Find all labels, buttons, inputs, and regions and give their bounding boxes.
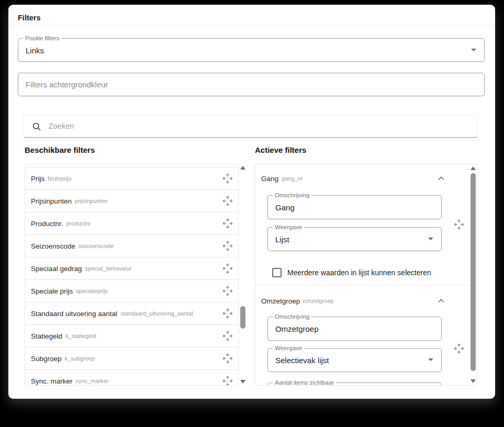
positie-filters-value: Links: [26, 46, 44, 54]
filter-label: Sync. marker: [31, 377, 73, 385]
dialog-title: Filters: [18, 14, 41, 22]
filter-label: Speciaal gedrag: [31, 265, 82, 273]
aantal-items-label: Aantal items zichtbaar: [273, 379, 336, 386]
card-code: omzetgroep: [303, 298, 333, 304]
filter-label: Prijs: [31, 175, 44, 183]
positie-filters-select[interactable]: Positie filters Links: [18, 38, 485, 62]
available-filters-rows: Prijs brutoprijs Prijsinpunten prijsinpu…: [25, 164, 239, 386]
achtergrondkleur-input[interactable]: [18, 73, 484, 96]
move-icon[interactable]: [222, 195, 233, 207]
list-item[interactable]: Seizoenscode seizoenscode: [25, 235, 238, 257]
active-scrollbar[interactable]: [470, 166, 476, 383]
omschrijving-label: Omschrijving: [273, 313, 311, 320]
chevron-down-icon: [428, 238, 433, 240]
card-divider: [255, 285, 469, 285]
filter-code: standaard_uitvoering_aantal: [120, 310, 193, 317]
list-item[interactable]: Speciaal gedrag special_behaviour: [25, 257, 238, 280]
weergave-select-gang[interactable]: Weergave Lijst: [267, 227, 442, 251]
list-item[interactable]: Statiegeld k_statiegeld: [25, 325, 238, 347]
scroll-down-icon[interactable]: [240, 380, 245, 384]
move-icon[interactable]: [453, 343, 465, 354]
filter-label: Subgroep: [31, 355, 62, 363]
scroll-up-icon[interactable]: [471, 166, 476, 170]
card-code: gang_nr: [282, 175, 303, 182]
weergave-label: Weergave: [273, 224, 304, 231]
move-icon[interactable]: [453, 219, 465, 230]
list-item[interactable]: Standaard uitvoering aantal standaard_ui…: [25, 302, 238, 325]
filter-code: seizoenscode: [79, 243, 114, 249]
list-item[interactable]: Prijs brutoprijs: [25, 167, 238, 190]
filter-label: Speciale prijs: [31, 287, 73, 295]
active-card-header-omzetgroep[interactable]: Omzetgroep omzetgroep: [261, 296, 445, 306]
active-card-header-gang[interactable]: Gang gang_nr: [261, 173, 445, 184]
filter-code: brutoprijs: [48, 175, 71, 182]
weergave-value: Lijst: [275, 235, 289, 244]
list-item[interactable]: Productnr. productnr: [25, 212, 238, 235]
aantal-items-field[interactable]: Aantal items zichtbaar: [267, 383, 442, 386]
chevron-down-icon: [471, 49, 476, 51]
chevron-up-icon[interactable]: [437, 174, 445, 183]
filter-label: Prijsinpunten: [31, 197, 72, 205]
achtergrondkleur-field[interactable]: [18, 73, 485, 96]
chevron-down-icon: [428, 358, 433, 361]
chevron-up-icon[interactable]: [437, 297, 445, 305]
checkbox-unchecked[interactable]: [272, 268, 282, 277]
scroll-down-icon[interactable]: [471, 379, 476, 383]
omschrijving-field-omzetgroep[interactable]: Omschrijving Omzetgroep: [267, 317, 442, 341]
filter-label: Statiegeld: [31, 332, 62, 340]
move-icon[interactable]: [222, 240, 233, 252]
filter-code: prijsinpunten: [75, 198, 107, 204]
search-icon: [31, 121, 42, 132]
filter-label: Standaard uitvoering aantal: [31, 310, 117, 318]
move-icon[interactable]: [222, 353, 233, 364]
filter-label: Productnr.: [31, 220, 63, 228]
dialog-header: Filters: [8, 5, 495, 26]
search-box[interactable]: [23, 115, 478, 138]
move-icon[interactable]: [222, 285, 233, 297]
positie-filters-label: Positie filters: [23, 35, 61, 42]
move-icon[interactable]: [222, 173, 233, 184]
search-input[interactable]: [49, 115, 473, 137]
available-filters-heading: Beschikbare filters: [25, 145, 95, 154]
weergave-select-omzetgroep[interactable]: Weergave Selectievak lijst: [267, 348, 442, 372]
list-item[interactable]: Sync. marker sync_marker: [25, 370, 238, 386]
list-item[interactable]: Subgroep k_subgroep: [25, 347, 238, 370]
list-item[interactable]: Prijsinpunten prijsinpunten: [25, 190, 238, 212]
active-filters-heading: Actieve filters: [255, 145, 306, 154]
omschrijving-field-gang[interactable]: Omschrijving Gang: [267, 195, 442, 219]
move-icon[interactable]: [222, 330, 233, 342]
available-filters-list: Prijs brutoprijs Prijsinpunten prijsinpu…: [25, 164, 247, 386]
multi-select-checkbox-row[interactable]: Meerdere waarden in lijst kunnen selecte…: [272, 268, 431, 277]
list-item[interactable]: Speciale prijs specialeprijs: [25, 280, 238, 302]
active-filters-panel: Gang gang_nr Omschrijving Gang Weergave …: [255, 164, 477, 386]
filter-code: specialeprijs: [76, 288, 108, 294]
checkbox-label: Meerdere waarden in lijst kunnen selecte…: [287, 268, 431, 277]
weergave-value: Selectievak lijst: [275, 356, 329, 365]
weergave-label: Weergave: [273, 345, 304, 352]
card-title: Gang: [261, 175, 278, 183]
filter-code: special_behaviour: [85, 265, 132, 272]
move-icon[interactable]: [222, 308, 233, 319]
available-scrollbar[interactable]: [239, 164, 247, 386]
filter-code: k_subgroep: [65, 355, 95, 362]
filter-code: k_statiegeld: [65, 333, 96, 339]
omschrijving-value: Omzetgroep: [275, 324, 319, 333]
scroll-up-icon[interactable]: [240, 166, 245, 170]
filter-code: sync_marker: [76, 378, 109, 384]
scrollbar-thumb[interactable]: [240, 306, 245, 329]
card-title: Omzetgroep: [261, 297, 300, 305]
filter-code: productnr: [66, 220, 91, 227]
move-icon[interactable]: [222, 218, 233, 229]
omschrijving-value: Gang: [275, 203, 295, 212]
filter-label: Seizoenscode: [31, 242, 75, 250]
filters-dialog: Filters Positie filters Links Beschikbar…: [8, 5, 495, 399]
move-icon[interactable]: [222, 375, 233, 386]
scrollbar-thumb[interactable]: [471, 173, 476, 371]
move-icon[interactable]: [222, 263, 233, 274]
omschrijving-label: Omschrijving: [273, 192, 311, 199]
